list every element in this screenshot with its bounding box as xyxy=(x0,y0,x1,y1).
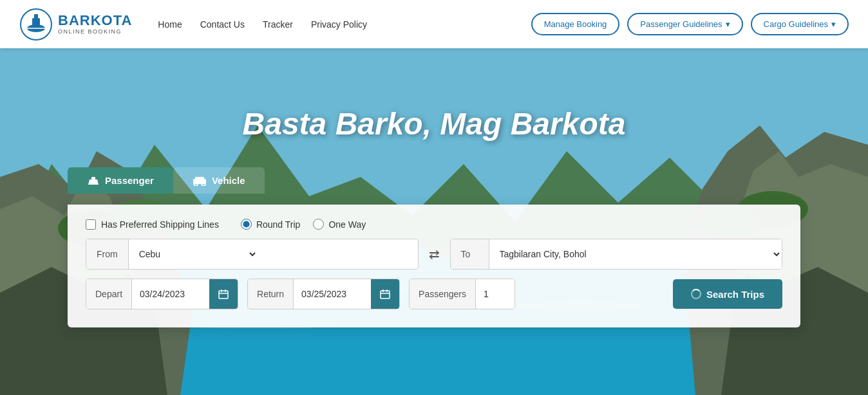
passenger-tab-icon xyxy=(87,176,100,186)
hero-title: Basta Barko, Mag Barkota xyxy=(243,106,626,142)
chevron-down-icon: ▾ xyxy=(726,19,730,29)
preferred-shipping-label: Has Preferred Shipping Lines xyxy=(101,219,219,230)
preferred-shipping-checkbox-label[interactable]: Has Preferred Shipping Lines xyxy=(86,219,219,230)
passengers-input[interactable] xyxy=(476,279,514,309)
tab-passenger[interactable]: Passenger xyxy=(68,167,173,194)
calendar-icon-2 xyxy=(380,289,390,299)
logo-icon xyxy=(19,8,53,41)
round-trip-radio-label[interactable]: Round Trip xyxy=(241,219,300,230)
passengers-group: Passengers xyxy=(409,279,515,309)
svg-point-28 xyxy=(202,182,205,186)
chevron-down-icon-2: ▾ xyxy=(831,19,836,29)
return-input[interactable] xyxy=(294,279,371,309)
one-way-label: One Way xyxy=(328,219,366,230)
nav-contact[interactable]: Contact Us xyxy=(200,19,245,30)
depart-date-group: Depart xyxy=(86,279,238,309)
one-way-radio[interactable] xyxy=(313,219,324,230)
return-label: Return xyxy=(248,279,294,309)
from-select[interactable]: Cebu Manila Iloilo Davao xyxy=(129,239,258,269)
nav-buttons: Manage Booking Passenger Guidelines ▾ Ca… xyxy=(531,13,849,35)
to-select[interactable]: Tagbilaran City, Bohol Cebu Manila Iloil… xyxy=(489,239,782,269)
svg-rect-3 xyxy=(34,14,38,19)
dates-search-row: Depart Return xyxy=(86,279,782,309)
search-trips-button[interactable]: Search Trips xyxy=(673,279,782,309)
svg-rect-26 xyxy=(195,177,204,180)
round-trip-radio[interactable] xyxy=(241,219,252,230)
round-trip-label: Round Trip xyxy=(256,219,300,230)
passenger-guidelines-button[interactable]: Passenger Guidelines ▾ xyxy=(627,13,742,35)
nav-privacy[interactable]: Privacy Policy xyxy=(311,19,367,30)
logo-title: BARKOTA xyxy=(58,13,132,28)
svg-rect-29 xyxy=(219,291,228,299)
to-label: To xyxy=(451,239,489,269)
depart-label: Depart xyxy=(86,279,132,309)
panel-options-row: Has Preferred Shipping Lines Round Trip … xyxy=(86,219,782,230)
passengers-label: Passengers xyxy=(410,279,476,309)
cargo-guidelines-label: Cargo Guidelines xyxy=(764,19,828,29)
svg-rect-24 xyxy=(91,177,95,179)
search-trips-label: Search Trips xyxy=(706,289,764,300)
to-field-group: To Tagbilaran City, Bohol Cebu Manila Il… xyxy=(450,239,783,270)
tab-passenger-label: Passenger xyxy=(105,175,154,186)
tabs-row: Passenger Vehicle xyxy=(68,167,265,194)
swap-button[interactable]: ⇄ xyxy=(419,246,450,262)
cargo-guidelines-button[interactable]: Cargo Guidelines ▾ xyxy=(751,13,849,35)
nav-tracker[interactable]: Tracker xyxy=(263,19,293,30)
passenger-guidelines-label: Passenger Guidelines xyxy=(640,19,722,29)
vehicle-tab-icon xyxy=(193,176,207,186)
search-spinner-icon xyxy=(691,289,701,299)
search-panel: Has Preferred Shipping Lines Round Trip … xyxy=(68,205,800,327)
from-field-group: From Cebu Manila Iloilo Davao xyxy=(86,239,419,270)
from-label: From xyxy=(86,239,129,269)
trip-type-radio-group: Round Trip One Way xyxy=(241,219,366,230)
return-calendar-button[interactable] xyxy=(371,279,399,309)
tab-vehicle[interactable]: Vehicle xyxy=(173,167,265,194)
one-way-radio-label[interactable]: One Way xyxy=(313,219,366,230)
calendar-icon xyxy=(218,289,229,299)
logo[interactable]: BARKOTA ONLINE BOOKING xyxy=(19,8,132,41)
from-to-row: From Cebu Manila Iloilo Davao ⇄ To Tagbi… xyxy=(86,239,782,270)
preferred-shipping-checkbox[interactable] xyxy=(86,219,96,230)
depart-input[interactable] xyxy=(132,279,209,309)
nav-home[interactable]: Home xyxy=(158,19,182,30)
return-date-group: Return xyxy=(247,279,400,309)
nav-links: Home Contact Us Tracker Privacy Policy xyxy=(158,19,531,30)
svg-rect-2 xyxy=(32,18,40,28)
logo-subtitle: ONLINE BOOKING xyxy=(58,29,132,35)
svg-rect-33 xyxy=(381,291,390,299)
hero-section: Basta Barko, Mag Barkota Passenger Vehic… xyxy=(0,48,868,395)
depart-calendar-button[interactable] xyxy=(209,279,238,309)
tab-vehicle-label: Vehicle xyxy=(212,175,245,186)
manage-booking-button[interactable]: Manage Booking xyxy=(531,13,620,35)
svg-point-27 xyxy=(194,182,198,186)
navbar: BARKOTA ONLINE BOOKING Home Contact Us T… xyxy=(0,0,868,48)
